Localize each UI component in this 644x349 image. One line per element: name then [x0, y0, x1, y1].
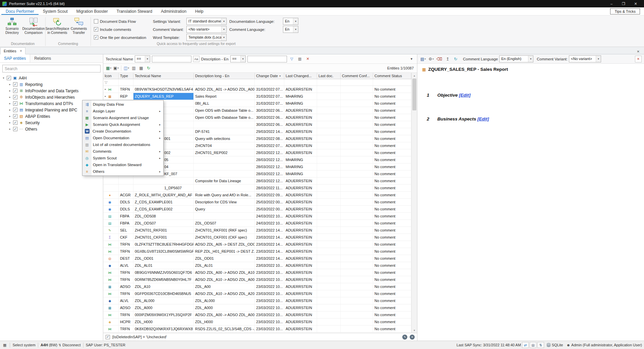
log-button[interactable]: ▤ [530, 342, 536, 348]
table-row-blank[interactable]: Composite for Data Lineage28/03/2022 12.… [103, 178, 411, 185]
menu-tab-system-scout[interactable]: System Scout [39, 8, 72, 15]
disconnect-button[interactable]: Disconnect [62, 343, 80, 347]
table-row-zdl-al01[interactable]: ◆ALVLZDL_AL01ZDL_AL0123/03/2022 10...ADU… [103, 262, 411, 269]
clear-filter-icon[interactable]: ✕ [305, 56, 311, 62]
table-row-0b9vw7kshosdtzn3vmel5af4[interactable]: ▸⋈TRFN0B9VW7KSHOSDTZN3VMEL5AF4ADSO ZDL_A… [103, 86, 411, 93]
close-filter-button[interactable]: ✕ [410, 335, 415, 340]
checkbox-one-file-per-documentation[interactable]: ✓One file per documentation [94, 35, 150, 40]
filter-cell-icon[interactable]: ▽ [103, 79, 119, 86]
row-expander-icon[interactable]: ▸ [104, 88, 107, 91]
filter-cell-description-long-en[interactable] [194, 79, 255, 86]
menu-tab-help[interactable]: Help [191, 8, 208, 15]
search-input[interactable] [2, 65, 101, 72]
table-row-0lzfkt9zttbc8uee7rhhgfdgf[interactable]: ⋈TRFN0LZFKT9ZTTBC8UEE7RHHGFDGFADSO ZDL_A… [103, 241, 411, 248]
filter-cell-change-date[interactable] [255, 79, 284, 86]
technical-name-operator-combo[interactable]: == ▾ [135, 55, 150, 62]
edit-link[interactable]: [Edit] [459, 93, 471, 98]
menu-item-scenario-assignment-and-usage[interactable]: ▦Scenario Assignment and Usage [82, 114, 163, 121]
combo-comment-variant[interactable]: <No variant>▾ [186, 26, 227, 33]
doc-settings-button[interactable]: ⚙▾ [428, 55, 434, 62]
checkbox-include-comments[interactable]: ✓Include comments [94, 27, 150, 32]
combo-settings-variant[interactable]: IT standard document...▾ [186, 18, 227, 25]
tree-expand-icon[interactable]: ▸ [8, 89, 12, 92]
table-row-zdl-h000[interactable]: ◈HCPRZDL_H000ZDL_H00023/03/2022 10...ADU… [103, 318, 411, 326]
chevron-down-icon[interactable]: ▾ [408, 56, 415, 62]
menu-item-create-documentation[interactable]: WCreate Documentation▸ [82, 128, 163, 135]
restore-button[interactable]: ❐ [618, 1, 630, 7]
minimize-button[interactable]: – [605, 1, 618, 7]
column-header-description-long-en[interactable]: Description long - En [194, 73, 255, 79]
tab-relations[interactable]: Relations [30, 54, 55, 62]
close-tab-icon[interactable]: ✕ [20, 49, 22, 53]
close-button[interactable]: ✕ [630, 1, 642, 7]
table-row-0orm785zd6m5nb5nb0y0hl7f[interactable]: ⋈TRFN0ORM785ZD6M5NB5NB0Y0HL7FADSO ZDL_A1… [103, 276, 411, 283]
edit-link[interactable]: [Edit] [477, 116, 489, 121]
table-row-zdl-ods07[interactable]: ▤FBPAZDL_ODS07ZDL_ODS0724/03/2022 10...A… [103, 220, 411, 227]
scroll-up-icon[interactable]: ▲ [412, 73, 417, 78]
technical-name-filter-input[interactable] [152, 56, 191, 62]
table-row-1-dp5607[interactable]: 1_DP560728/03/2022 11...ADUERRSTEINNo co… [103, 185, 411, 192]
filter-grid-icon[interactable]: ▥ [297, 56, 303, 62]
tree-expand-icon[interactable]: ▸ [8, 102, 12, 105]
sync-status-button[interactable]: ⇄ [522, 342, 529, 348]
transfer-button[interactable]: ⇅ [537, 342, 544, 348]
filter-expression[interactable]: [IsDeletedInSAP] = 'Unchecked' [112, 335, 167, 339]
tree-checkbox[interactable]: ✓ [13, 89, 17, 93]
row-expander-icon[interactable]: ▸ [104, 95, 107, 98]
filter-options-icon[interactable]: Aa [193, 56, 199, 62]
menu-item-list-of-all-created-documentations[interactable]: ▥List of all created documentations [82, 141, 163, 148]
table-row-zdl-od01[interactable]: ◎DESTZDL_OD01ZDL_OD0123/03/2022 14...ADU… [103, 255, 411, 262]
column-header-change-date[interactable]: Change Date▼ [255, 73, 284, 79]
column-header-comment-status[interactable]: Comment Status [373, 73, 411, 79]
table-row-zdl-a10[interactable]: ▦ADSOZDL_A10ZDL_A0023/03/2022 10...ADUER… [103, 283, 411, 290]
scrollbar-track[interactable] [412, 78, 417, 328]
menu-tab-migration-booster[interactable]: Migration Booster [72, 8, 112, 15]
table-row-z-role-with-query-and-af[interactable]: ●ACGRZ_ROLE_WITH_QUERY_AND_AFRole with Q… [103, 192, 411, 199]
description-filter-input[interactable] [247, 56, 287, 62]
search-replace-comments-button[interactable]: Search/Replace in Comments [47, 16, 68, 35]
table-row-0b9ggy6nnmzjv0so601qf7d6[interactable]: ⋈TRFN0B9GGY6NNMZJV0SO601QF7D6ADSO ZDL_A0… [103, 269, 411, 276]
tree-collapse-icon[interactable]: ▾ [2, 77, 5, 80]
excel-export-button[interactable]: ▦▾ [105, 65, 112, 72]
filter-enabled-checkbox[interactable]: ✓ [106, 335, 110, 339]
combo-word-template[interactable]: Template.dotx (Local)▾ [186, 34, 227, 41]
combo-comment-language[interactable]: En▾ [283, 26, 298, 33]
menu-item-comments[interactable]: ✉Comments▸ [82, 148, 163, 155]
edit-filter-button[interactable]: ✎ [402, 335, 407, 340]
documentation-comparison-button[interactable]: Documentation Comparison [23, 16, 44, 35]
table-row-zhcnt01-rkf001[interactable]: ✎SELZHCNT01_RKF001ZHCNT01_RKF001 (RKF sp… [103, 227, 411, 234]
column-header-type[interactable]: Type [119, 73, 133, 79]
tips-and-tricks-button[interactable]: Tips & Tricks [610, 8, 640, 14]
save-layout-button[interactable]: ▣▾ [113, 65, 119, 72]
filter-cell-type[interactable] [119, 79, 133, 86]
table-row-0gxblgv8t192cl8w0smswrgf[interactable]: ⋈TRFN0GXBLGV8T192CL8W0SMSWRGFREP ZDL_H01… [103, 248, 411, 255]
menu-tab-translation-steward[interactable]: Translation Steward [112, 8, 157, 15]
column-header-technical-name[interactable]: Technical Name [133, 73, 194, 79]
scroll-down-icon[interactable]: ▼ [412, 328, 417, 333]
filter-cell-technical-name[interactable] [133, 79, 194, 86]
tab-sap-entities[interactable]: SAP entities [0, 54, 30, 62]
tree-expand-icon[interactable]: ▸ [8, 83, 12, 86]
table-row-zdl-a000[interactable]: ▦ADSOZDL_A000ZDL_A00023/03/2022 10...ADU… [103, 304, 411, 311]
tree-expand-icon[interactable]: ▸ [8, 96, 12, 99]
tree-item-infoprovider-and-data-targets[interactable]: ▸✓⊞InfoProvider and Data Targets [0, 88, 103, 94]
tree-checkbox[interactable]: ✓ [7, 76, 11, 80]
menu-grid-icon[interactable]: ▦ [3, 343, 6, 347]
column-header-comment-conf[interactable]: Comment Conf... [341, 73, 373, 79]
column-header-last-doc[interactable]: Last doc. [317, 73, 341, 79]
column-header-last-changed[interactable]: Last Changed... [284, 73, 317, 79]
filter-cell-last-doc[interactable] [317, 79, 341, 86]
tree-checkbox[interactable]: ✓ [13, 127, 17, 131]
tree-checkbox[interactable]: ✓ [13, 95, 17, 99]
checkbox-document-data-flow[interactable]: Document Data Flow [94, 19, 150, 23]
refresh-doc-button[interactable]: ↻ [452, 55, 459, 62]
scrollbar-thumb[interactable] [412, 79, 416, 110]
tree-checkbox[interactable]: ✓ [13, 101, 17, 106]
table-row-z-cds-example002[interactable]: ◉DDLSZ_CDS_EXAMPLE002Query25/03/2022 00.… [103, 206, 411, 213]
combo-documentation-language[interactable]: En▾ [283, 18, 298, 25]
table-row-zhcnt01-ckf001[interactable]: ΣCKFZHCNT01_CKF001ZHCNT01_CKF001 (CKF sp… [103, 234, 411, 241]
tree-checkbox[interactable]: ✓ [13, 114, 17, 118]
tree-checkbox[interactable]: ✓ [13, 120, 17, 125]
comment-language-combo[interactable]: En (English) ▾ [499, 55, 533, 62]
menu-item-display-data-flow[interactable]: ⇶Display Data Flow [82, 101, 163, 108]
